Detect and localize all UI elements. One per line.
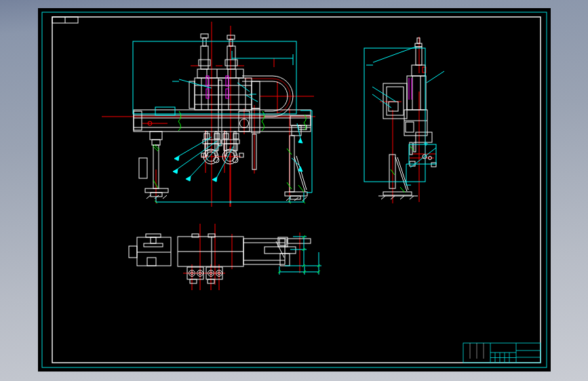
cad-viewport xyxy=(0,0,588,381)
